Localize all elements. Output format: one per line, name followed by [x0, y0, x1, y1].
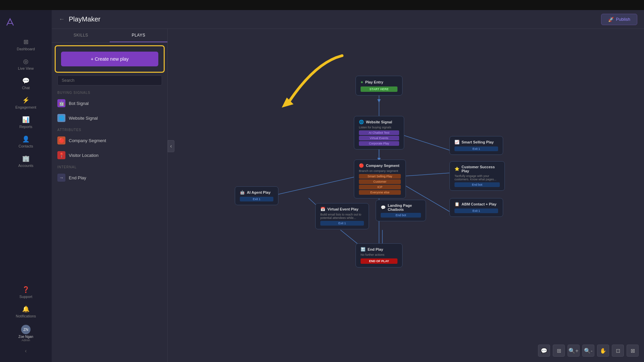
support-icon: ❓	[22, 286, 30, 293]
node-abm-contact[interactable]: 📋 ABM Contact + Play Exit 1	[449, 198, 503, 217]
end-play-tag: END OF PLAY	[361, 258, 397, 264]
website-signal-desc: Listen for buying signals	[359, 126, 399, 129]
chat-icon: 💬	[22, 77, 30, 84]
customer-success-title: Customer Success Play	[462, 165, 500, 173]
sidebar-item-contacts[interactable]: 👤 Contacts	[0, 132, 52, 152]
publish-button[interactable]: 🚀 Publish	[601, 14, 637, 25]
panel-item-visitor-location[interactable]: 📍 Visitor Location	[52, 148, 167, 163]
ai-agent-icon: 🤖	[240, 190, 245, 195]
reports-icon: 📊	[22, 116, 30, 123]
search-input[interactable]	[57, 75, 162, 85]
sidebar-item-chat[interactable]: 💬 Chat	[0, 74, 52, 93]
section-internal: INTERNAL	[52, 163, 167, 170]
sidebar-item-engagement[interactable]: ⚡ Engagement	[0, 93, 52, 113]
body-area: SKILLS PLAYS + Create new play BUYING SI…	[52, 29, 644, 362]
svg-marker-3	[377, 99, 381, 103]
virtual-event-tag: Exit 1	[320, 221, 364, 226]
customer-success-icon: ⭐	[454, 167, 460, 171]
ws-tag-1: AI Chatbot Test	[359, 130, 399, 135]
tab-skills[interactable]: SKILLS	[52, 29, 110, 42]
user-role: Admin	[21, 339, 30, 342]
company-segment-desc: Branch on company segment	[359, 169, 401, 173]
ws-tag-2: Virtual Events	[359, 136, 399, 140]
tool-comment[interactable]: 💬	[538, 345, 550, 357]
sidebar-item-reports[interactable]: 📊 Reports	[0, 113, 52, 132]
sidebar-label-support: Support	[19, 295, 33, 299]
back-button[interactable]: ←	[59, 16, 65, 23]
virtual-event-desc: Build email lists to reach out to potent…	[320, 213, 364, 220]
panel-item-website-signal[interactable]: 🌐 Website Signal	[52, 111, 167, 125]
accounts-icon: 🏢	[22, 155, 30, 162]
sidebar-label-notifications: Notifications	[16, 314, 36, 318]
collapse-panel-button[interactable]: ‹	[168, 140, 174, 152]
tool-grid[interactable]: ⊞	[553, 345, 565, 357]
sidebar-item-support[interactable]: ❓ Support	[0, 283, 52, 302]
landing-page-title: Landing Page Chatbots	[388, 203, 421, 212]
ai-agent-tag: Exit 1	[240, 197, 273, 201]
tool-hand[interactable]: ✋	[597, 345, 609, 357]
abm-contact-title: ABM Contact + Play	[462, 202, 496, 206]
cs-tag-4: Everyone else	[359, 190, 401, 195]
end-play-label: End Play	[69, 175, 86, 180]
play-entry-tag: START HERE	[361, 86, 397, 92]
ws-tag-3: Corporate Play	[359, 141, 399, 146]
customer-success-tag: End bot	[454, 182, 500, 187]
sidebar-label-engagement: Engagement	[15, 105, 36, 109]
virtual-event-title: Virtual Event Play	[327, 207, 359, 211]
customer-success-desc: Tactfully engage with your customers. Kn…	[454, 174, 500, 181]
sidebar-label-contacts: Contacts	[18, 144, 33, 148]
company-segment-node-icon: 🔴	[359, 163, 364, 168]
left-panel: SKILLS PLAYS + Create new play BUYING SI…	[52, 29, 168, 362]
node-ai-agent-play[interactable]: 🤖 AI Agent Play Exit 1	[235, 186, 278, 205]
sidebar-item-liveview[interactable]: ◎ Live View	[0, 54, 52, 74]
page-title: PlayMaker	[69, 15, 100, 23]
website-signal-node-title: Website Signal	[366, 120, 392, 124]
company-segment-label: Company Segment	[69, 138, 106, 143]
smart-selling-icon: 📈	[454, 140, 460, 144]
company-segment-icon: 🔴	[57, 136, 65, 144]
node-virtual-event[interactable]: 📅 Virtual Event Play Build email lists t…	[315, 203, 369, 229]
end-play-node-icon: 🔚	[361, 247, 366, 252]
avatar: ZN	[21, 325, 31, 334]
panel-item-company-segment[interactable]: 🔴 Company Segment	[52, 133, 167, 148]
smart-selling-tag: Exit 1	[454, 146, 498, 151]
website-signal-node-icon: 🌐	[359, 120, 364, 124]
node-company-segment[interactable]: 🔴 Company Segment Branch on company segm…	[354, 160, 406, 198]
sidebar-item-accounts[interactable]: 🏢 Accounts	[0, 152, 52, 171]
panel-item-bot-signal[interactable]: 🤖 Bot Signal	[52, 96, 167, 111]
panel-item-end-play[interactable]: → End Play	[52, 170, 167, 185]
create-new-play-button[interactable]: + Create new play	[61, 52, 158, 66]
sidebar-user[interactable]: ZN Zoe Ngan Admin	[0, 321, 52, 345]
arrow-annotation	[262, 49, 356, 117]
sidebar-label-accounts: Accounts	[18, 164, 33, 168]
node-end-play[interactable]: 🔚 End Play No further actions END OF PLA…	[356, 243, 402, 267]
tool-fullscreen[interactable]: ⊠	[627, 345, 639, 357]
sidebar-item-notifications[interactable]: 🔔 Notifications	[0, 302, 52, 321]
node-smart-selling[interactable]: 📈 Smart Selling Play Exit 1	[449, 136, 503, 155]
play-entry-title: Play Entry	[365, 80, 383, 84]
tool-zoom-out[interactable]: 🔍-	[582, 345, 594, 357]
smart-selling-title: Smart Selling Play	[462, 140, 494, 144]
abm-contact-tag: Exit 1	[454, 208, 498, 213]
landing-page-tag: End bot	[381, 213, 421, 218]
sidebar-label-dashboard: Dashboard	[17, 47, 35, 51]
canvas-toolbar: 💬 ⊞ 🔍+ 🔍- ✋ ⊡ ⊠	[538, 345, 639, 357]
logo	[0, 13, 52, 35]
tab-plays[interactable]: PLAYS	[110, 29, 167, 42]
canvas-area[interactable]: ● Play Entry START HERE 🌐 Website Signal…	[168, 29, 644, 362]
sidebar-item-dashboard[interactable]: ⊞ Dashboard	[0, 35, 52, 54]
tool-select[interactable]: ⊡	[612, 345, 624, 357]
sidebar-bottom: ❓ Support 🔔 Notifications ZN Zoe Ngan Ad…	[0, 283, 52, 362]
cs-tag-3: ICP	[359, 185, 401, 189]
node-website-signal[interactable]: 🌐 Website Signal Listen for buying signa…	[354, 116, 404, 149]
website-signal-label: Website Signal	[69, 116, 98, 121]
node-play-entry[interactable]: ● Play Entry START HERE	[356, 76, 402, 96]
node-customer-success[interactable]: ⭐ Customer Success Play Tactfully engage…	[449, 161, 505, 191]
website-signal-icon: 🌐	[57, 114, 65, 122]
bot-signal-label: Bot Signal	[69, 101, 89, 106]
engagement-icon: ⚡	[22, 97, 30, 104]
node-landing-page[interactable]: 💬 Landing Page Chatbots End bot	[376, 200, 426, 221]
sidebar-collapse-btn[interactable]: ‹	[0, 345, 52, 357]
sidebar-label-chat: Chat	[22, 86, 30, 90]
tool-zoom-in[interactable]: 🔍+	[568, 345, 580, 357]
